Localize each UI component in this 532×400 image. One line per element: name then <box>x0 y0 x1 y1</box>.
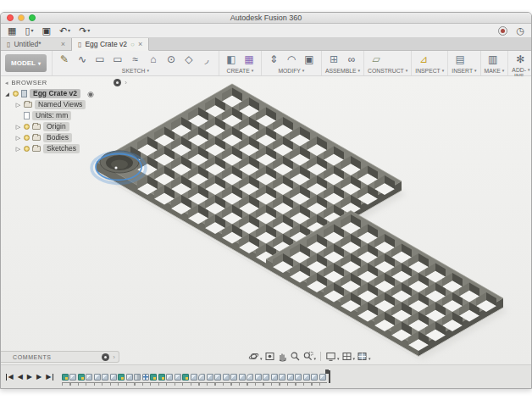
slot-icon[interactable]: ▭ <box>109 53 126 67</box>
timeline-feature-extrude[interactable] <box>207 374 213 381</box>
toolbar-group-label[interactable]: CREATE▾ <box>223 67 258 75</box>
toolbar-group-label[interactable]: ASSEMBLE▾ <box>325 67 360 75</box>
timeline-feature-extrude[interactable] <box>230 374 237 381</box>
timeline-feature-sketch[interactable] <box>62 374 69 381</box>
browser-item-label[interactable]: Bodies <box>43 133 72 142</box>
toolbar-group-label[interactable]: INSPECT▾ <box>415 67 444 75</box>
timeline-feature-extrude[interactable] <box>239 374 246 381</box>
timeline-feature-extrude[interactable] <box>69 374 76 381</box>
browser-root-row[interactable]: ◢ Egg Crate v2 ◉ <box>3 88 130 99</box>
fillet-icon[interactable]: ◞ <box>198 53 215 67</box>
timeline-feature-fillet[interactable] <box>198 374 205 381</box>
timeline-feature-extrude[interactable] <box>94 374 101 381</box>
timeline-feature-move[interactable] <box>142 374 149 381</box>
toolbar-group-label[interactable]: MODIFY▾ <box>265 67 318 75</box>
visibility-bulb-icon[interactable] <box>24 146 30 152</box>
timeline-feature-extrude[interactable] <box>214 374 221 381</box>
fillet-round-icon[interactable]: ◠ <box>283 53 300 67</box>
browser-item-sketches[interactable]: ▷Sketches <box>3 143 130 154</box>
circle-icon[interactable]: ⊙ <box>163 53 180 67</box>
browser-item-label[interactable]: Origin <box>43 122 69 131</box>
joint-icon[interactable]: ⊞ <box>325 53 342 67</box>
timeline-feature-extrude[interactable] <box>86 374 92 381</box>
expander-icon[interactable]: ▷ <box>15 135 21 142</box>
timeline-step-forward-button[interactable]: ▶ <box>36 374 42 381</box>
timeline-feature-extrude[interactable] <box>263 374 269 381</box>
rectangle-icon[interactable]: ▭ <box>91 53 108 67</box>
history-clock-icon[interactable]: ◷ <box>516 25 524 36</box>
expander-icon[interactable]: ▷ <box>15 146 21 153</box>
press-pull-icon[interactable]: ⇕ <box>265 53 282 67</box>
timeline-play-button[interactable]: ▶ <box>27 374 32 381</box>
workspace-switcher-model[interactable]: MODEL▾ <box>5 54 47 72</box>
timeline-feature-extrude[interactable] <box>102 374 108 381</box>
root-label[interactable]: Egg Crate v2 <box>30 89 80 98</box>
toolbar-group-label[interactable]: SKETCH▾ <box>56 67 215 75</box>
root-expander-icon[interactable]: ◢ <box>4 91 10 97</box>
tab-close-icon[interactable]: × <box>61 40 65 48</box>
spline-icon[interactable]: ∿ <box>74 53 91 67</box>
timeline-feature-extrude[interactable] <box>223 374 230 381</box>
comments-options-icon[interactable] <box>102 353 109 361</box>
browser-item-label[interactable]: Units: mm <box>32 111 71 120</box>
browser-item-bodies[interactable]: ▷Bodies <box>3 132 130 143</box>
timeline-feature-sketch[interactable] <box>182 374 189 381</box>
timeline-feature-extrude[interactable] <box>311 374 318 381</box>
viewport-canvas[interactable]: ◂ BROWSER › ◢ Egg Crate v2 ◉ ▷Named View… <box>1 76 531 364</box>
create-sketch-icon[interactable]: ✎ <box>56 53 73 67</box>
browser-item-origin[interactable]: ▷Origin <box>3 121 130 132</box>
browser-item-named-views[interactable]: ▷Named Views <box>3 99 130 110</box>
data-panel-grid-icon[interactable]: ▦ <box>8 26 16 36</box>
expander-icon[interactable]: ▷ <box>15 124 21 131</box>
display-settings-button[interactable]: ▾ <box>325 351 340 362</box>
undo-button[interactable]: ↶▾ <box>59 26 70 36</box>
save-button[interactable]: ▣ <box>42 26 50 36</box>
timeline-feature-extrude[interactable] <box>126 374 133 381</box>
document-tab-1[interactable]: ▯Untitled*× <box>1 38 72 50</box>
timeline-feature-extrude[interactable] <box>287 374 294 381</box>
pattern-icon[interactable]: ▦ <box>241 53 258 67</box>
root-visibility-bulb-icon[interactable] <box>13 91 19 97</box>
timeline-feature-joint[interactable] <box>134 374 141 381</box>
browser-chevron-icon[interactable]: › <box>125 79 127 86</box>
grid-snaps-button[interactable]: ▾ <box>341 351 356 362</box>
browser-item-units-mm[interactable]: Units: mm <box>3 110 130 121</box>
document-tab-2[interactable]: ▯Egg Crate v2○× <box>72 38 149 51</box>
visibility-bulb-icon[interactable] <box>24 135 30 141</box>
as-built-joint-icon[interactable]: ∞ <box>343 53 360 67</box>
timeline-feature-sketch[interactable] <box>118 374 125 381</box>
timeline-feature-extrude[interactable] <box>295 374 302 381</box>
timeline-feature-extrude[interactable] <box>319 374 326 381</box>
insert-image-icon[interactable]: ▤ <box>452 53 468 67</box>
toolbar-group-label[interactable]: INSERT▾ <box>452 67 476 75</box>
zoom-window-button[interactable]: ▾ <box>302 351 317 362</box>
comments-bar[interactable]: COMMENTS › <box>1 351 119 363</box>
timeline-feature-extrude[interactable] <box>191 374 197 381</box>
browser-options-icon[interactable] <box>114 79 121 86</box>
shell-icon[interactable]: ▣ <box>301 53 318 67</box>
timeline-feature-extrude[interactable] <box>255 374 262 381</box>
toolbar-group-label[interactable]: MAKE▾ <box>485 67 505 75</box>
new-body-icon[interactable]: ◧ <box>223 53 240 67</box>
timeline-feature-sketch[interactable] <box>150 374 157 381</box>
browser-collapse-icon[interactable]: ◂ <box>5 80 8 86</box>
timeline-go-end-button[interactable]: ▶ <box>46 374 53 381</box>
expander-icon[interactable]: ▷ <box>15 102 21 108</box>
visibility-bulb-icon[interactable] <box>24 124 30 130</box>
look-at-button[interactable] <box>264 351 275 362</box>
polygon-icon[interactable]: ⌂ <box>145 53 162 67</box>
toolbar-group-label[interactable]: CONSTRUCT▾ <box>368 67 407 75</box>
polygon-outline-icon[interactable]: ◇ <box>180 53 197 67</box>
timeline-feature-extrude[interactable] <box>271 374 278 381</box>
timeline-feature-sketch[interactable] <box>158 374 165 381</box>
scripts-addins-icon[interactable]: ✻ <box>512 52 529 66</box>
comments-chevron-icon[interactable]: › <box>113 353 115 361</box>
timeline-step-back-button[interactable]: ◀ <box>18 374 23 381</box>
viewports-button[interactable]: ▾ <box>357 351 371 362</box>
root-radio-toggle-icon[interactable]: ◉ <box>87 90 94 98</box>
orbit-button[interactable]: ▾ <box>248 351 263 362</box>
timeline-feature-extrude[interactable] <box>303 374 310 381</box>
timeline-go-start-button[interactable]: ◀ <box>6 374 14 381</box>
freeform-spline-icon[interactable]: ≈ <box>127 53 144 67</box>
timeline-feature-sketch[interactable] <box>78 374 85 381</box>
